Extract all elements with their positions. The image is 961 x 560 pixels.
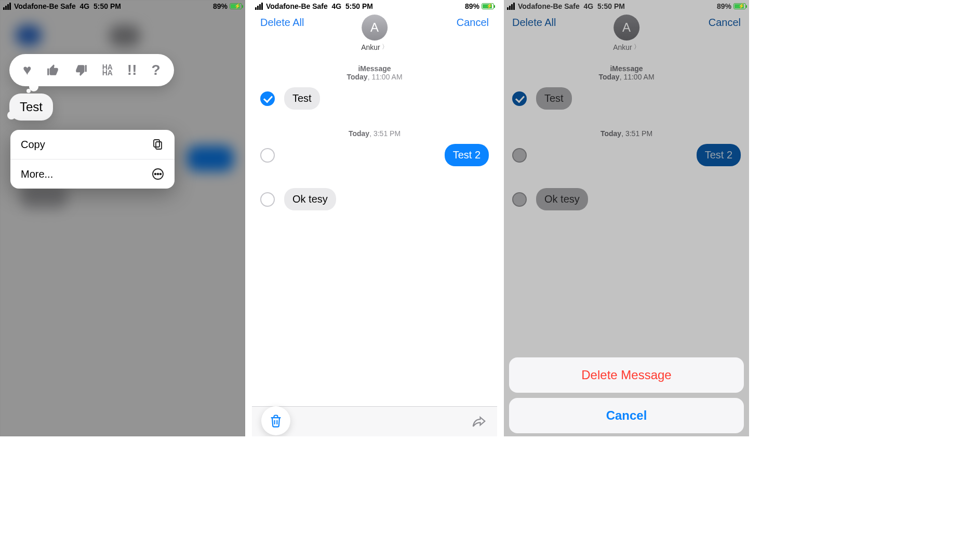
- clock-label: 5:50 PM: [94, 2, 121, 10]
- service-timestamp: iMessage Today, 11:00 AM: [252, 64, 497, 81]
- forward-button[interactable]: [470, 414, 488, 430]
- svg-rect-1: [154, 140, 159, 147]
- bottom-toolbar: [252, 406, 497, 436]
- battery-pct: 89%: [717, 2, 731, 10]
- status-bar: Vodafone-Be Safe 4G 5:50 PM 89% ⚡: [0, 0, 245, 12]
- select-circle[interactable]: [260, 192, 275, 207]
- action-sheet: Delete Message Cancel: [509, 357, 744, 433]
- screenshot-1: Vodafone-Be Safe 4G 5:50 PM 89% ⚡ ♥ HAHA…: [0, 0, 245, 436]
- menu-more[interactable]: More...: [10, 159, 175, 189]
- select-circle-checked[interactable]: [260, 91, 275, 106]
- svg-point-4: [157, 174, 159, 175]
- signal-bars-icon: [3, 3, 11, 10]
- tapback-bar: ♥ HAHA !! ?: [9, 54, 174, 86]
- focused-message-text: Test: [20, 100, 43, 114]
- thumbs-down-icon[interactable]: [74, 63, 88, 77]
- status-bar: Vodafone-Be Safe 4G 5:50 PM 89% ⚡: [252, 0, 497, 12]
- message-row[interactable]: Test: [252, 85, 497, 112]
- question-icon[interactable]: ?: [152, 62, 161, 78]
- timestamp: Today, 3:51 PM: [252, 129, 497, 138]
- network-label: 4G: [584, 2, 594, 10]
- carrier-label: Vodafone-Be Safe: [518, 2, 580, 10]
- contact-header[interactable]: A Ankur 〉: [361, 15, 388, 51]
- screenshot-2: Vodafone-Be Safe 4G 5:50 PM 89% ⚡ Delete…: [252, 0, 497, 436]
- svg-rect-0: [156, 142, 162, 149]
- delete-button[interactable]: [261, 406, 290, 435]
- more-icon: [152, 168, 164, 180]
- nav-bar: Delete All A Ankur 〉 Cancel: [252, 12, 497, 57]
- battery-icon: ⚡: [230, 3, 242, 9]
- carrier-label: Vodafone-Be Safe: [266, 2, 328, 10]
- focused-message-bubble: Test: [9, 94, 53, 121]
- clock-label: 5:50 PM: [597, 2, 625, 10]
- incoming-bubble: Test: [284, 87, 320, 110]
- delete-message-button[interactable]: Delete Message: [509, 357, 744, 393]
- carrier-label: Vodafone-Be Safe: [14, 2, 76, 10]
- copy-icon: [152, 138, 164, 151]
- contact-name-label: Ankur: [361, 43, 380, 51]
- cancel-button[interactable]: Cancel: [457, 17, 489, 29]
- svg-point-3: [155, 174, 156, 175]
- clock-label: 5:50 PM: [345, 2, 373, 10]
- thumbs-up-icon[interactable]: [46, 63, 60, 77]
- share-arrow-icon: [470, 414, 488, 430]
- network-label: 4G: [80, 2, 90, 10]
- trash-icon: [269, 413, 283, 429]
- incoming-bubble: Ok tesy: [284, 188, 336, 210]
- chevron-right-icon: 〉: [382, 43, 388, 51]
- menu-copy-label: Copy: [21, 139, 45, 151]
- haha-icon[interactable]: HAHA: [102, 64, 113, 76]
- message-list: iMessage Today, 11:00 AM Test Today, 3:5…: [252, 58, 497, 230]
- screenshot-3: Vodafone-Be Safe 4G 5:50 PM 89% ⚡ Delete…: [504, 0, 749, 436]
- message-row[interactable]: Ok tesy: [252, 186, 497, 212]
- battery-pct: 89%: [213, 2, 228, 10]
- svg-point-5: [160, 174, 162, 175]
- menu-more-label: More...: [21, 168, 53, 180]
- menu-copy[interactable]: Copy: [10, 130, 175, 159]
- signal-bars-icon: [507, 3, 515, 10]
- battery-icon: ⚡: [733, 3, 746, 9]
- network-label: 4G: [332, 2, 342, 10]
- outgoing-bubble: Test 2: [445, 144, 489, 166]
- heart-icon[interactable]: ♥: [23, 62, 32, 78]
- select-circle[interactable]: [260, 148, 275, 163]
- action-cancel-button[interactable]: Cancel: [509, 398, 744, 433]
- message-row[interactable]: Test 2: [252, 142, 497, 168]
- delete-all-button[interactable]: Delete All: [260, 17, 304, 29]
- context-menu: Copy More...: [10, 130, 175, 189]
- battery-icon: ⚡: [482, 3, 494, 9]
- signal-bars-icon: [255, 3, 263, 10]
- avatar: A: [362, 15, 388, 41]
- battery-pct: 89%: [465, 2, 479, 10]
- status-bar: Vodafone-Be Safe 4G 5:50 PM 89% ⚡: [504, 0, 749, 12]
- exclaim-icon[interactable]: !!: [127, 62, 137, 78]
